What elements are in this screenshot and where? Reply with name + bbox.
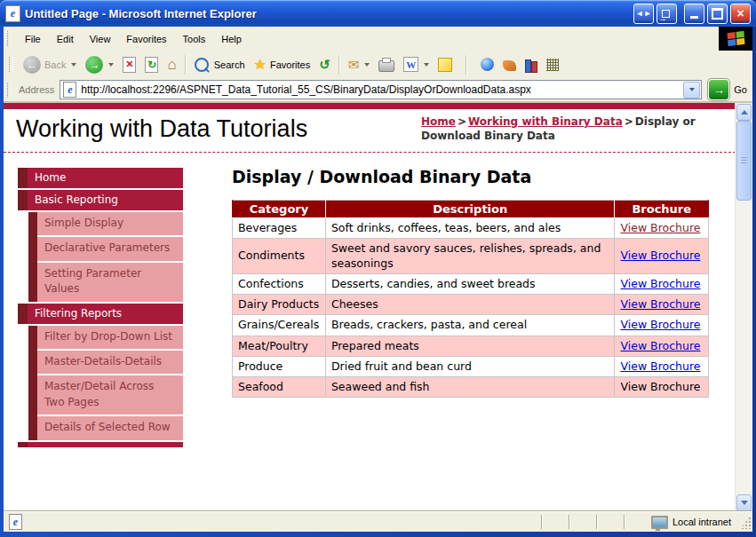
- sidebar-item-setting-parameter-values[interactable]: Setting Parameter Values: [37, 263, 183, 302]
- sidebar-item-master-detail-across-two-pages[interactable]: Master/Detail Across Two Pages: [37, 375, 183, 415]
- resize-horizontal-button[interactable]: ◄►: [633, 4, 654, 24]
- back-label: Back: [44, 59, 66, 70]
- popout-button[interactable]: →: [657, 4, 677, 24]
- view-brochure-link[interactable]: View Brochure: [620, 359, 700, 373]
- forward-button[interactable]: →: [81, 52, 118, 76]
- address-drag-grip[interactable]: [7, 83, 12, 98]
- scroll-down-button[interactable]: [736, 494, 752, 511]
- resize-grip[interactable]: [740, 515, 752, 529]
- description-cell: Breads, crackers, pasta, and cereal: [325, 315, 615, 336]
- close-button[interactable]: ×: [730, 4, 751, 24]
- breadcrumb-separator: >: [623, 115, 635, 128]
- forward-dropdown-icon[interactable]: [108, 63, 114, 67]
- menu-edit[interactable]: Edit: [49, 29, 82, 49]
- sidebar-item-filter-by-dropdown-list[interactable]: Filter by Drop-Down List: [37, 326, 183, 349]
- minimize-button[interactable]: [684, 4, 704, 24]
- go-button[interactable]: →: [708, 79, 729, 100]
- favorites-button[interactable]: ★ Favorites: [250, 52, 315, 76]
- messenger-icon: [481, 58, 494, 71]
- vertical-scrollbar[interactable]: [735, 103, 752, 512]
- nav-accent: [18, 304, 28, 324]
- windows-logo-block: [719, 27, 752, 51]
- sidebar-item-details-of-selected-row[interactable]: Details of Selected Row: [37, 416, 183, 439]
- favorites-icon: ★: [254, 58, 267, 72]
- categories-table: Category Description Brochure Beverages …: [232, 200, 709, 398]
- menu-file[interactable]: File: [17, 29, 49, 49]
- sidebar-item-simple-display[interactable]: Simple Display: [37, 212, 183, 235]
- window-title: Untitled Page - Microsoft Internet Explo…: [25, 7, 631, 20]
- search-button[interactable]: Search: [190, 52, 250, 76]
- favorites-label: Favorites: [270, 59, 310, 70]
- sidebar-item-label[interactable]: Filtering Reports: [28, 304, 183, 324]
- edit-dropdown-icon[interactable]: [424, 63, 429, 67]
- status-separator: [624, 515, 625, 529]
- search-icon: [195, 58, 209, 72]
- print-icon: [378, 60, 394, 72]
- toolbar-drag-grip[interactable]: [9, 57, 13, 72]
- menu-favorites[interactable]: Favorites: [118, 29, 174, 49]
- column-header-category: Category: [233, 201, 326, 218]
- view-brochure-link[interactable]: View Brochure: [620, 318, 700, 331]
- go-label[interactable]: Go: [734, 84, 747, 95]
- address-input[interactable]: e http://localhost:2296/ASPNET_Data_Tuto…: [60, 80, 702, 99]
- home-button[interactable]: ⌂: [163, 52, 180, 76]
- breadcrumb-section-link[interactable]: Working with Binary Data: [468, 115, 623, 128]
- resize-horizontal-icon: ◄►: [636, 10, 652, 18]
- table-header-row: Category Description Brochure: [233, 201, 709, 218]
- view-brochure-link[interactable]: View Brochure: [620, 249, 700, 262]
- view-brochure-link[interactable]: View Brochure: [620, 339, 700, 352]
- view-brochure-text: View Brochure: [620, 380, 700, 393]
- sidebar-item-partial[interactable]: [18, 442, 183, 447]
- mail-button[interactable]: ✉: [344, 52, 375, 76]
- back-button[interactable]: ← Back: [19, 52, 81, 76]
- sidebar-item-label[interactable]: Home: [28, 168, 183, 188]
- stop-button[interactable]: ✕: [118, 52, 140, 76]
- page-icon: e: [63, 82, 76, 98]
- maximize-button[interactable]: [707, 4, 728, 24]
- category-cell: Beverages: [233, 218, 326, 239]
- sidebar-item-basic-reporting[interactable]: Basic Reporting: [18, 190, 183, 210]
- sidebar-nav: Home Basic Reporting Simple Display Decl…: [18, 168, 183, 449]
- edit-with-word-button[interactable]: W: [399, 52, 434, 76]
- menu-tools[interactable]: Tools: [175, 29, 214, 49]
- edit-word-icon: W: [403, 57, 418, 72]
- address-label: Address: [19, 84, 54, 95]
- address-dropdown-button[interactable]: [683, 82, 700, 99]
- breadcrumb: Home>Working with Binary Data>Display or…: [421, 115, 707, 144]
- discuss-icon: [438, 58, 452, 72]
- history-button[interactable]: ↺: [314, 52, 335, 76]
- table-row: Seafood Seaweed and fish View Brochure: [233, 377, 709, 398]
- messenger-button[interactable]: [476, 52, 498, 76]
- print-button[interactable]: [374, 52, 399, 76]
- refresh-button[interactable]: ↻: [140, 52, 163, 76]
- view-brochure-link[interactable]: View Brochure: [620, 297, 700, 311]
- category-cell: Seafood: [233, 377, 326, 398]
- description-cell: Seaweed and fish: [325, 377, 615, 398]
- view-brochure-link[interactable]: View Brochure: [620, 277, 700, 290]
- scrollbar-thumb[interactable]: [736, 121, 752, 201]
- scroll-up-button[interactable]: [736, 104, 752, 121]
- sidebar-item-master-details-details[interactable]: Master-Details-Details: [37, 351, 183, 374]
- breadcrumb-home-link[interactable]: Home: [421, 115, 456, 128]
- back-dropdown-icon[interactable]: [71, 63, 76, 67]
- address-bar: Address e http://localhost:2296/ASPNET_D…: [4, 78, 752, 103]
- sidebar-item-filtering-reports[interactable]: Filtering Reports: [18, 304, 183, 324]
- menu-view[interactable]: View: [82, 29, 119, 49]
- description-cell: Dried fruit and bean curd: [325, 356, 615, 376]
- research-button[interactable]: [521, 52, 542, 76]
- table-row: Produce Dried fruit and bean curd View B…: [233, 356, 709, 376]
- sidebar-item-declarative-parameters[interactable]: Declarative Parameters: [37, 237, 183, 260]
- menu-drag-grip[interactable]: [7, 31, 12, 46]
- address-url[interactable]: http://localhost:2296/ASPNET_Data_Tutori…: [76, 83, 683, 96]
- plugin-button-1[interactable]: [498, 52, 521, 76]
- plugin-button-2[interactable]: [542, 52, 563, 76]
- discuss-button[interactable]: [434, 52, 457, 76]
- description-cell: Desserts, candies, and sweet breads: [325, 273, 615, 294]
- browser-viewport: Working with Data Tutorials Home>Working…: [4, 103, 752, 512]
- view-brochure-link[interactable]: View Brochure: [620, 221, 700, 234]
- nav-accent: [28, 212, 37, 302]
- sidebar-item-label[interactable]: Basic Reporting: [28, 190, 183, 210]
- menu-help[interactable]: Help: [213, 29, 250, 49]
- mail-dropdown-icon[interactable]: [364, 63, 370, 67]
- sidebar-item-home[interactable]: Home: [18, 168, 183, 188]
